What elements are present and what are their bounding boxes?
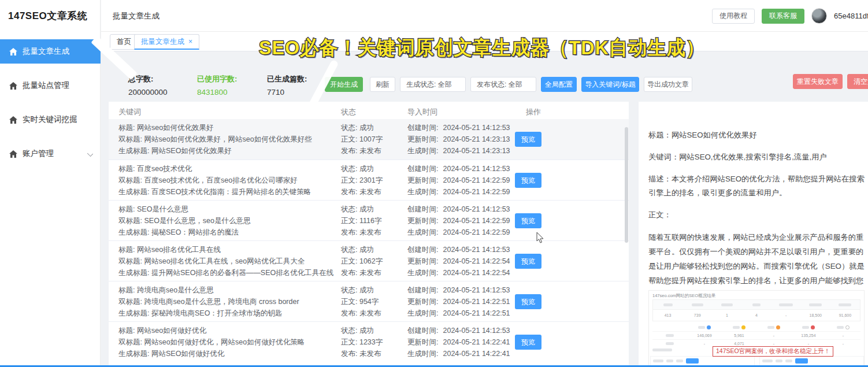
table-row[interactable]: 标题: SEO是什么意思 双标题: SEO是什么意思，seo是什么意思 生成标题… [109,200,629,240]
sidebar-item-account[interactable]: 账户管理 [0,142,101,166]
table-row[interactable]: 标题: 网站seo如何优化效果好 双标题: 网站seo如何优化效果好，网站seo… [109,119,629,160]
stat-generated-count: 已生成篇数: 7710 [267,74,307,97]
column-header: 关键词 [118,107,141,117]
preview-title: 标题：网站SEO如何优化效果好 [648,128,865,142]
chevron-down-icon [87,151,93,157]
table-row[interactable]: 标题: 百度seo技术优化 双标题: 百度seo技术优化，百度seo排名优化公司… [109,160,629,200]
home-icon [9,150,17,158]
username: 65e4811dfb644f6 [834,12,868,20]
refresh-button[interactable]: 刷新 [370,77,395,92]
support-button[interactable]: 联系客服 [762,9,804,24]
table-row[interactable]: 标题: 网站seo如何做好优化 双标题: 网站seo如何做好优化，网站seo如何… [109,321,629,362]
app-window: 147SEO文章系统 批量文章生成 批量站点管理 实时关键词挖掘 账户管理 批量… [0,0,868,367]
sidebar-item-label: 账户管理 [23,149,54,159]
report-keyword-label [652,348,672,352]
breadcrumb: 批量文章生成 [113,11,159,21]
preview-button[interactable]: 预览 [515,213,541,228]
reset-failed-button[interactable]: 重置失败文章 [793,74,843,89]
tutorial-button[interactable]: 使用教程 [712,9,755,24]
avatar[interactable] [811,8,827,24]
article-preview-panel: 标题：网站SEO如何优化效果好 关键词：网站SEO,优化效果,搜索引擎排名,流量… [639,102,868,367]
preview-button[interactable]: 预览 [515,294,541,309]
column-header: 导入时间 [407,107,437,117]
sogou-icon [741,325,745,329]
column-header: 状态 [341,107,356,117]
import-keywords-button[interactable]: 导入关键词/标题 [581,77,639,92]
stat-value: 7710 [267,88,307,97]
stat-value: 8431800 [197,88,237,97]
topbar: 批量文章生成 使用教程 联系客服 65e4811dfb644f6 [101,0,868,32]
preview-keywords: 关键词：网站SEO,优化效果,搜索引擎排名,流量,用户 [648,150,865,164]
home-icon [9,48,17,55]
stat-total-words: 总字数: 200000000 [128,74,168,97]
home-icon [9,82,17,90]
table-header: 关键词 状态 导入时间 操作 [109,102,629,119]
report-annotation: 147SEO官网案例，收录和排名稳定上升！ [713,346,833,357]
sidebar-item-batch-site[interactable]: 批量站点管理 [0,73,101,98]
sidebar-item-label: 批量站点管理 [23,80,69,91]
preview-description: 描述：本文将介绍网站SEO的优化方法，帮助您提升网站在搜索引擎上的排名，吸引更多… [648,172,865,200]
sidebar-item-keyword-mining[interactable]: 实时关键词挖掘 [0,107,101,132]
tab-label: 批量文章生成 [141,37,184,47]
tab-batch-article[interactable]: 批量文章生成 × [134,34,199,50]
promo-title: SEO必备！关键词原创文章生成器（TDK自动生成） [259,35,705,61]
preview-body-label: 正文： [648,208,865,222]
column-header: 操作 [526,107,541,117]
table-row[interactable]: 标题: 网站seo排名优化工具在线 双标题: 网站seo排名优化工具在线，seo… [109,240,629,281]
mouse-cursor [536,232,544,244]
topbar-actions: 使用教程 联系客服 65e4811dfb644f6 [712,8,868,24]
table-row[interactable]: 标题: 跨境电商seo是什么意思 双标题: 跨境电商seo是什么意思，跨境电商 … [109,281,629,321]
shenma-icon [776,325,780,329]
article-table-card: 关键词 状态 导入时间 操作 标题: 网站seo如何优化效果好 双标题: 网站s… [109,102,629,367]
app-logo: 147SEO文章系统 [8,9,87,23]
publish-status-select[interactable]: 发布状态: 全部 [470,77,536,92]
preview-button[interactable]: 预览 [515,173,541,188]
baidu-icon [707,325,711,329]
report-caption: 147seo.com网站的SEO概况结果 [652,293,715,299]
vertical-scrollbar[interactable] [625,127,628,243]
sidebar-item-label: 批量文章生成 [23,46,69,57]
sidebar-item-batch-article[interactable]: 批量文章生成 [0,39,101,64]
start-generate-button[interactable]: 开始生成 [325,77,363,92]
preview-button[interactable]: 预览 [515,254,541,269]
stat-used-words: 已使用字数: 8431800 [197,74,237,97]
report-engine-table: 146,0695,961 -135,254 - -4,071 -- - [652,323,860,349]
stat-label: 已使用字数: [197,74,237,84]
global-config-button[interactable]: 全局配置 [541,77,577,92]
home-icon [9,116,17,124]
export-success-button[interactable]: 导出成功文章 [644,77,692,92]
report-overview-table: 413739 14 -18,500 91,600 [652,299,860,321]
stat-value: 200000000 [128,88,168,97]
sidebar-item-label: 实时关键词挖掘 [23,114,77,125]
google-icon [845,325,850,329]
close-icon[interactable]: × [188,38,192,45]
preview-button[interactable]: 预览 [515,335,541,350]
clear-articles-button[interactable]: 清空文章 [847,74,868,89]
stat-label: 已生成篇数: [267,74,307,84]
toutiao-icon [811,325,815,329]
seo-report-image: 147seo.com网站的SEO概况结果 413739 14 -18,500 9… [648,290,865,367]
sidebar: 147SEO文章系统 批量文章生成 批量站点管理 实时关键词挖掘 账户管理 [0,0,101,367]
generate-status-select[interactable]: 生成状态: 全部 [400,77,466,92]
preview-button[interactable]: 预览 [515,132,541,147]
